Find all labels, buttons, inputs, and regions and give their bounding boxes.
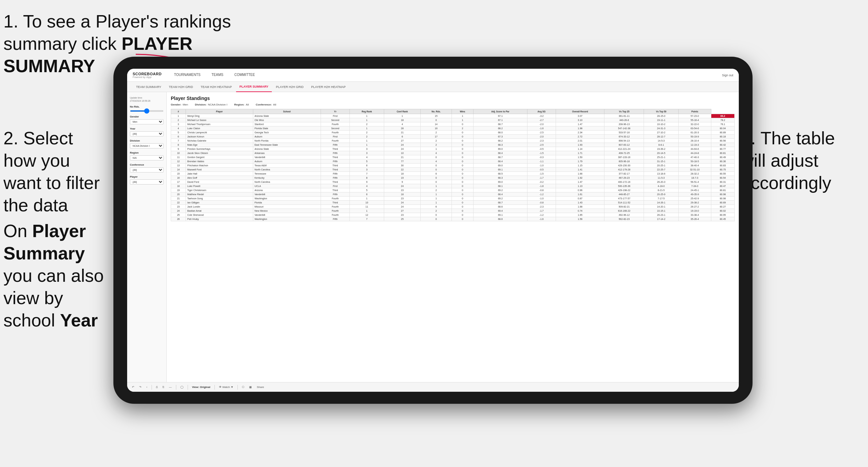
table-conference-label: Conference: [256, 103, 272, 106]
sub-nav-player-h2h-grid[interactable]: PLAYER H2H GRID [272, 82, 307, 92]
toolbar-sep-1 [152, 385, 152, 390]
nav-links: TOURNAMENTS TEAMS COMMITTEE [168, 69, 722, 82]
year-filter: Year (All) [130, 127, 164, 136]
table-row: 5Christo LamprechtGeorgia TechFourth2212… [171, 131, 735, 135]
update-time-label: Update time: [130, 97, 143, 99]
table-row: 9Preston SummerhaysArizona StateThird324… [171, 147, 735, 151]
grid-button[interactable]: ▦ [248, 385, 253, 389]
table-division-filter: Division: NCAA Division I [195, 103, 227, 106]
table-row: 8Mats EgeEast Tennessee StateFifth124206… [171, 143, 735, 147]
table-row: 4Luke ClatonFlorida StateSecond12816268.… [171, 126, 735, 131]
col-points: Points [678, 109, 711, 114]
table-row: 25Cole SherwoodVanderbiltFourth12230069.… [171, 213, 735, 217]
table-conference-value: All [273, 103, 276, 106]
col-conf-rank: Conf Rank [384, 109, 420, 114]
player-filter: Player (All) [130, 175, 164, 185]
annotation-text-2: 2. Select how you want to filter the dat… [3, 128, 100, 215]
tablet: SCOREBOARD Powered by clippi TOURNAMENTS… [113, 57, 753, 404]
redo-button[interactable]: ↷ [138, 385, 143, 389]
table-row: 23Jack LundinMissouriFourth11246068.6-2.… [171, 205, 735, 209]
col-vt50: Vs Top 50 [644, 109, 679, 114]
copy-button[interactable]: ⎙ [155, 385, 159, 389]
annotation-text-3a: On [3, 221, 32, 241]
year-filter-label: Year [130, 127, 164, 130]
table-row: 2Michael Le SassoOle MissSecond1180167.1… [171, 118, 735, 122]
table-row: 15Jake HallTennesseeFifth7186068.5-1.51.… [171, 172, 735, 176]
back-button[interactable]: ‹ [145, 385, 149, 389]
toolbar-sep-5 [237, 385, 238, 390]
standings-table: # Player School Yr Reg Rank Conf Rank No… [171, 109, 735, 221]
table-row: 10Jacob Skov OlesenArkansasFifth3104068.… [171, 151, 735, 155]
watch-button[interactable]: 👁 Watch ▼ [218, 385, 235, 389]
col-vt25: Vs Top 25 [604, 109, 644, 114]
region-select[interactable]: N/A [130, 155, 164, 160]
paste-button[interactable]: ⎘ [161, 385, 166, 389]
player-select[interactable]: (All) [130, 179, 164, 185]
region-filter-label: Region [130, 151, 164, 154]
col-sg: Avg SG [527, 109, 556, 114]
conference-select[interactable]: (All) [130, 167, 164, 173]
slider-container [130, 109, 164, 112]
gender-select[interactable]: Men [130, 119, 164, 124]
update-time: Update time: 27/03/2024 16:56:26 [130, 96, 164, 102]
table-row: 24Bastian AmatNew MexicoFourth1272069.4-… [171, 209, 735, 213]
clock-button[interactable]: ◯ [179, 385, 185, 389]
undo-button[interactable]: ↶ [131, 385, 136, 389]
col-overall: Overall Record [556, 109, 604, 114]
bottom-toolbar: ↶ ↷ ‹ ⎙ ⎘ — ◯ View: Original 👁 Watch ▼ ⎔… [127, 382, 739, 392]
update-time-value: 27/03/2024 16:56:26 [130, 100, 151, 102]
table-row: 11Gordon SargentVanderbiltThird4210068.7… [171, 155, 735, 159]
table-division-label: Division: [195, 103, 207, 106]
table-row: 1Wenyi DingArizona StateFirst1115167.1-3… [171, 114, 735, 118]
sub-nav-team-h2h-grid[interactable]: TEAM H2H GRID [165, 82, 197, 92]
conference-filter: Conference (All) [130, 163, 164, 173]
sub-nav-team-h2h-heatmap[interactable]: TEAM H2H HEATMAP [197, 82, 235, 92]
toolbar-sep-2 [176, 385, 176, 390]
player-filter-label: Player [130, 175, 164, 178]
table-row: 22Ian GilliganFloridaThird10241068.7-0.8… [171, 201, 735, 205]
export-button[interactable]: ⎔ [241, 385, 246, 389]
table-region-filter: Region: All [234, 103, 249, 106]
year-select[interactable]: (All) [130, 131, 164, 136]
logo-sub: Powered by clippi [133, 76, 162, 78]
division-filter-label: Division [130, 139, 164, 142]
logo-text: SCOREBOARD [133, 72, 162, 76]
table-row: 6Jackson KoivunAuburnFirst2617067.3-2.02… [171, 135, 735, 139]
tablet-screen: SCOREBOARD Powered by clippi TOURNAMENTS… [127, 69, 739, 392]
table-row: 21Taehoon SongWashingtonFourth1231069.2-… [171, 197, 735, 201]
no-rds-filter: No Rds. [130, 105, 164, 112]
table-row: 26Petr HrubyWashingtonFifth7250068.6-1.6… [171, 217, 735, 221]
nav-teams[interactable]: TEAMS [206, 69, 229, 82]
gender-filter-label: Gender [130, 115, 164, 118]
nav-right: Sign out [722, 74, 733, 77]
col-player: Player [186, 109, 253, 114]
annotation-text-1: 1. To see a Player's rankings summary cl… [3, 11, 231, 54]
toolbar-sep-3 [188, 385, 188, 390]
view-original-button[interactable]: View: Original [191, 385, 212, 389]
table-title: Player Standings [171, 96, 735, 101]
annotation-middle-left: 2. Select how you want to filter the dat… [3, 127, 110, 216]
col-wins: Wins [452, 109, 474, 114]
share-button[interactable]: Share [255, 385, 265, 389]
table-row: 17David FordNorth CarolinaThird990069.0-… [171, 180, 735, 184]
sub-nav-team-summary[interactable]: TEAM SUMMARY [133, 82, 165, 92]
logo-area: SCOREBOARD Powered by clippi [133, 72, 162, 78]
sub-nav-player-h2h-heatmap[interactable]: PLAYER H2H HEATMAP [308, 82, 349, 92]
table-area: Player Standings Gender: Men Division: N… [167, 92, 739, 382]
sign-out-link[interactable]: Sign out [722, 74, 733, 77]
nav-committee[interactable]: COMMITTEE [229, 69, 260, 82]
col-yr: Yr [321, 109, 350, 114]
conference-filter-label: Conference [130, 163, 164, 166]
sub-nav-player-summary[interactable]: PLAYER SUMMARY [236, 82, 272, 92]
dash-button[interactable]: — [168, 385, 173, 389]
division-select[interactable]: NCAA Division I [130, 143, 164, 148]
table-row: 18Luke PowellUCLAFirst4241068.1-1.81.135… [171, 184, 735, 188]
nav-tournaments[interactable]: TOURNAMENTS [168, 69, 206, 82]
division-filter: Division NCAA Division I [130, 139, 164, 148]
app-navbar: SCOREBOARD Powered by clippi TOURNAMENTS… [127, 69, 739, 82]
table-header-row: # Player School Yr Reg Rank Conf Rank No… [171, 109, 735, 114]
table-region-value: All [246, 103, 249, 106]
table-filters-row: Gender: Men Division: NCAA Division I Re… [171, 103, 735, 106]
annotation-right: 3. The table will adjust accordingly [741, 127, 858, 194]
no-rds-slider[interactable] [130, 110, 164, 112]
